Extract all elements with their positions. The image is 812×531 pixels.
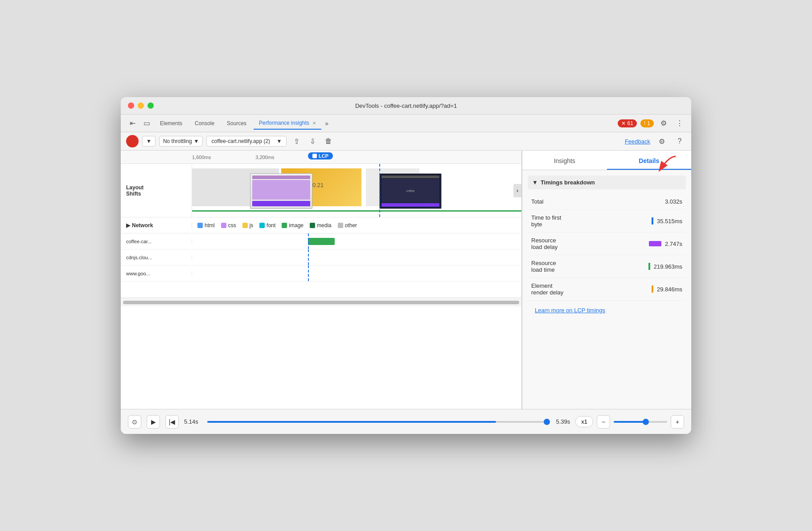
network-label[interactable]: ▶ Network (121, 222, 192, 229)
network-row-content-2 (192, 249, 521, 265)
timings-section-header[interactable]: ▼ Timings breakdown (528, 176, 686, 189)
tab-details[interactable]: Details (607, 153, 692, 170)
warning-badge[interactable]: ! 1 (640, 119, 654, 127)
network-row-2[interactable]: cdnjs.clou... (121, 249, 521, 266)
delete-icon[interactable]: 🗑 (322, 135, 335, 147)
expand-button[interactable]: › (513, 184, 521, 197)
lcp-badge: LCP (308, 152, 333, 159)
network-row-content-3 (192, 266, 521, 281)
skip-back-button[interactable]: |◀ (165, 415, 179, 429)
tab-performance-insights[interactable]: Performance insights ✕ (254, 117, 321, 130)
legend-image: image (282, 222, 303, 229)
url-dropdown-arrow-icon: ▼ (277, 138, 282, 144)
scrubber-track[interactable] (207, 421, 547, 423)
time-ruler: 1,600ms 3,200ms 4,8 LCP (121, 151, 521, 164)
device-toggle-icon[interactable]: ▭ (140, 117, 153, 130)
record-dropdown-icon[interactable]: ▼ (142, 136, 156, 147)
tab-console[interactable]: Console (189, 118, 220, 129)
throttling-dropdown[interactable]: No throttling ▼ (159, 136, 203, 147)
error-icon: ✕ (621, 120, 626, 127)
screenshot-thumb-2: coffee (379, 173, 442, 209)
network-row-3[interactable]: www.goo... (121, 266, 521, 282)
upload-icon[interactable]: ⇧ (290, 135, 303, 147)
network-header-row: ▶ Network html css (121, 217, 521, 233)
network-row-1[interactable]: coffee-car... (121, 233, 521, 249)
devtools-window: DevTools - coffee-cart.netlify.app/?ad=1… (121, 97, 691, 434)
ttfb-bar (652, 217, 653, 225)
zoom-thumb[interactable] (643, 419, 649, 425)
toolbar-help-icon[interactable]: ? (673, 135, 686, 147)
toolbar-settings-icon[interactable]: ⚙ (656, 135, 668, 147)
network-row-label-3: www.goo... (121, 271, 192, 276)
timing-value-rlt: 219.963ms (654, 263, 682, 270)
cursor-icon[interactable]: ⇤ (126, 117, 139, 130)
zoom-out-icon[interactable]: − (597, 415, 610, 429)
tab-close-icon[interactable]: ✕ (312, 121, 316, 126)
settings-icon[interactable]: ⚙ (657, 117, 670, 130)
window-title: DevTools - coffee-cart.netlify.app/?ad=1 (355, 102, 457, 109)
legend-font-dot (259, 223, 265, 228)
layout-shifts-section: LayoutShifts 0.21 (121, 164, 521, 217)
timing-value-erd: 29.846ms (657, 286, 682, 293)
screenshot-inner-2: coffee (380, 174, 441, 208)
scrubber-fill (207, 421, 496, 423)
layout-shifts-label: LayoutShifts (121, 164, 192, 217)
timing-value-total: 3.032s (665, 198, 682, 205)
close-button[interactable] (128, 102, 134, 109)
bottom-bar: ⊙ ▶ |◀ 5.14s 5.39s x1 − + (121, 409, 691, 434)
time-start-label: 5.14s (184, 418, 198, 425)
tab-sources[interactable]: Sources (221, 118, 252, 129)
main-content: 1,600ms 3,200ms 4,8 LCP LayoutShifts (121, 151, 691, 409)
legend-css: css (221, 222, 236, 229)
layout-shifts-text: LayoutShifts (126, 184, 144, 197)
lcp-marker: LCP (308, 151, 333, 163)
download-icon[interactable]: ⇩ (306, 135, 319, 147)
scrollbar-row[interactable] (121, 298, 521, 306)
timing-bar-rld: 2.747s (649, 241, 682, 247)
feedback-link[interactable]: Feedback (625, 138, 650, 145)
time-marker-1: 1,600ms (192, 155, 211, 160)
tab-elements[interactable]: Elements (155, 118, 188, 129)
network-bar-1 (308, 238, 335, 245)
toolbar: ▼ No throttling ▼ coffee-cart.netlify.ap… (121, 132, 691, 151)
tab-insights[interactable]: Insights (522, 153, 607, 170)
network-row-label-1: coffee-car... (121, 239, 192, 244)
insights-tabs: Insights Details (522, 151, 691, 170)
timing-label-rlt: Resourceload time (531, 260, 648, 273)
legend-html: html (197, 222, 215, 229)
record-button[interactable] (126, 135, 139, 147)
zoom-fill (614, 421, 646, 423)
maximize-button[interactable] (148, 102, 154, 109)
timing-row-ttfb: Time to firstbyte 35.515ms (528, 210, 686, 233)
screenshot-button[interactable]: ⊙ (128, 415, 141, 429)
scrubber-thumb[interactable] (544, 419, 550, 425)
zoom-track[interactable] (614, 421, 667, 423)
tab-overflow-icon[interactable]: » (325, 120, 328, 127)
error-badge[interactable]: ✕ 61 (618, 119, 637, 127)
time-end-label: 5.39s (556, 418, 570, 425)
network-expand-icon: ▶ (126, 222, 130, 229)
time-marker-2: 3,200ms (255, 155, 274, 160)
network-rows: coffee-car... cdnjs.clou... www.goo (121, 233, 521, 298)
erd-bar (652, 286, 653, 293)
more-options-icon[interactable]: ⋮ (673, 117, 686, 130)
legend-js-dot (242, 223, 248, 228)
scrollbar-thumb[interactable] (123, 301, 519, 304)
dropdown-arrow-icon: ▼ (194, 138, 199, 144)
flame-area: 0.21 (192, 164, 521, 217)
legend-font: font (259, 222, 275, 229)
insights-content: ▼ Timings breakdown Total 3.032s Time to… (522, 170, 691, 409)
rlt-bar (648, 263, 650, 270)
timing-value-ttfb: 35.515ms (657, 218, 682, 225)
network-vline-2 (308, 249, 309, 265)
learn-more-container: Learn more on LCP timings (528, 301, 686, 319)
url-dropdown[interactable]: coffee-cart.netlify.app (2) ▼ (206, 136, 287, 147)
learn-more-link[interactable]: Learn more on LCP timings (531, 302, 609, 319)
zoom-in-icon[interactable]: + (671, 415, 684, 429)
screenshot-inner-1 (250, 174, 312, 208)
minimize-button[interactable] (138, 102, 144, 109)
layout-shifts-content: 0.21 (192, 164, 521, 217)
timing-bar-rlt: 219.963ms (648, 263, 682, 270)
screenshots-container: coffee (250, 173, 442, 209)
play-button[interactable]: ▶ (147, 415, 160, 429)
